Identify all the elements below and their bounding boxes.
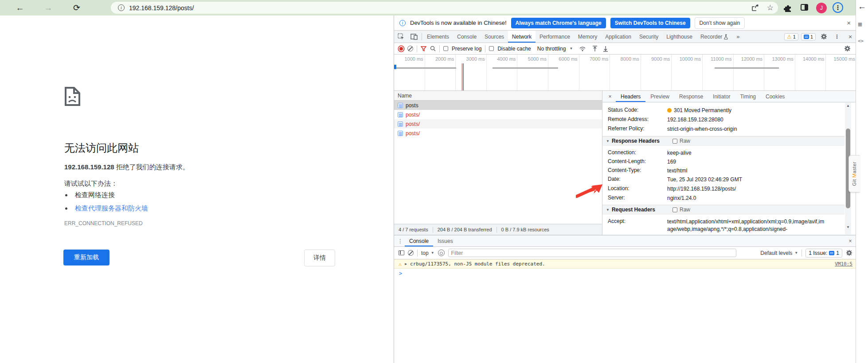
- git-master-side-tab[interactable]: Git Master: [848, 155, 860, 192]
- warnings-badge[interactable]: ⚠1: [784, 33, 798, 40]
- switch-chinese-button[interactable]: Switch DevTools to Chinese: [610, 18, 690, 28]
- details-tabbar: × Headers Preview Response Initiator Tim…: [602, 91, 857, 102]
- warning-source-link[interactable]: VM10:5: [835, 261, 852, 267]
- preserve-log-checkbox[interactable]: [443, 46, 448, 51]
- clear-console-icon[interactable]: [408, 250, 414, 256]
- network-activity-bar: [715, 67, 779, 69]
- tab-elements[interactable]: Elements: [423, 31, 453, 43]
- live-expression-eye-icon[interactable]: [438, 250, 445, 256]
- url-text[interactable]: 192.168.159.128/posts/: [129, 4, 194, 12]
- back-icon[interactable]: ←: [13, 3, 27, 13]
- filter-funnel-icon[interactable]: [421, 46, 426, 51]
- tab-lighthouse[interactable]: Lighthouse: [662, 31, 696, 43]
- drawer-close-icon[interactable]: ×: [844, 235, 857, 246]
- sad-file-icon: [64, 86, 81, 106]
- details-close-icon[interactable]: ×: [604, 91, 616, 102]
- network-activity-bar: [394, 67, 456, 69]
- clear-icon[interactable]: [407, 46, 413, 51]
- reload-button[interactable]: 重新加载: [63, 250, 109, 265]
- context-select[interactable]: top▼: [421, 250, 434, 256]
- tab-application[interactable]: Application: [601, 31, 635, 43]
- tab-console[interactable]: Console: [405, 235, 433, 246]
- name-column-header[interactable]: Name: [394, 91, 602, 101]
- suggestion-link[interactable]: 检查代理服务器和防火墙: [72, 204, 148, 213]
- tab-memory[interactable]: Memory: [574, 31, 601, 43]
- tab-cookies[interactable]: Cookies: [761, 91, 790, 102]
- reload-icon[interactable]: ⟳: [70, 3, 83, 13]
- request-row[interactable]: posts/: [394, 119, 602, 129]
- response-headers-section[interactable]: ▼Response Headers Raw: [602, 136, 845, 146]
- tab-issues[interactable]: Issues: [433, 235, 457, 246]
- network-settings-gear-icon[interactable]: [844, 45, 851, 52]
- request-row[interactable]: posts/: [394, 129, 602, 138]
- timeline-selection-handle[interactable]: [394, 65, 396, 69]
- profile-avatar[interactable]: J: [816, 3, 827, 13]
- tab-performance[interactable]: Performance: [536, 31, 574, 43]
- console-filter-input[interactable]: [448, 249, 736, 257]
- dont-show-again-button[interactable]: Don't show again: [695, 17, 745, 29]
- code-icon[interactable]: <>: [858, 38, 864, 44]
- share-icon[interactable]: [751, 4, 759, 11]
- record-icon[interactable]: [399, 46, 404, 51]
- address-bar[interactable]: i 192.168.159.128/posts/ ☆: [111, 2, 778, 14]
- throttling-select[interactable]: No throttling: [537, 46, 566, 52]
- console-prompt[interactable]: >: [394, 269, 857, 278]
- log-levels-select[interactable]: Default levels▼: [760, 250, 798, 256]
- preserve-log-label[interactable]: Preserve log: [452, 46, 481, 52]
- request-row[interactable]: posts/: [394, 110, 602, 119]
- tab-network[interactable]: Network: [508, 31, 536, 43]
- disable-cache-checkbox[interactable]: [489, 46, 494, 51]
- hamburger-menu-icon[interactable]: ≡: [858, 20, 862, 29]
- network-conditions-icon[interactable]: [579, 46, 586, 51]
- issues-count-button[interactable]: 1 Issue: 1: [805, 249, 842, 258]
- suggestion-item: 检查网络连接: [72, 191, 148, 199]
- devtools-close-icon[interactable]: ×: [844, 33, 857, 40]
- throttling-dropdown-icon[interactable]: ▼: [569, 47, 573, 51]
- request-headers-section[interactable]: ▼Request Headers Raw: [602, 205, 845, 215]
- console-settings-gear-icon[interactable]: [846, 250, 852, 256]
- info-icon: i: [399, 20, 406, 26]
- tab-preview[interactable]: Preview: [645, 91, 674, 102]
- export-har-icon[interactable]: [603, 46, 608, 52]
- details-button[interactable]: 详情: [304, 250, 335, 266]
- console-sidebar-icon[interactable]: [399, 250, 404, 255]
- issues-badge[interactable]: 1: [801, 33, 816, 40]
- raw-checkbox: [673, 139, 677, 144]
- devtools-tabbar: Elements Console Sources Network Perform…: [394, 31, 857, 43]
- suggestions-title: 请试试以下办法：: [64, 180, 117, 188]
- raw-checkbox: [673, 207, 677, 212]
- browser-menu-icon[interactable]: ⋮: [833, 2, 843, 13]
- more-tabs-icon[interactable]: »: [732, 31, 743, 43]
- network-overview-timeline[interactable]: 1000 ms 2000 ms 3000 ms 4000 ms 5000 ms …: [394, 55, 857, 91]
- device-toolbar-icon[interactable]: [407, 31, 421, 43]
- tab-security[interactable]: Security: [635, 31, 662, 43]
- disable-cache-label[interactable]: Disable cache: [497, 46, 531, 52]
- console-warning-row[interactable]: ⚠ ▶ crbug/1173575, non-JS module files d…: [394, 259, 857, 269]
- tab-response[interactable]: Response: [674, 91, 708, 102]
- request-row[interactable]: posts: [394, 101, 602, 110]
- infobar-close-icon[interactable]: ×: [847, 19, 851, 27]
- tab-headers[interactable]: Headers: [616, 91, 645, 102]
- raw-toggle[interactable]: Raw: [673, 207, 690, 213]
- tab-timing[interactable]: Timing: [735, 91, 761, 102]
- tab-console[interactable]: Console: [453, 31, 481, 43]
- import-har-icon[interactable]: [592, 46, 598, 52]
- side-panel-icon[interactable]: [801, 4, 808, 11]
- raw-toggle[interactable]: Raw: [673, 138, 690, 144]
- bookmark-star-icon[interactable]: ☆: [767, 3, 774, 12]
- tab-sources[interactable]: Sources: [481, 31, 508, 43]
- search-icon[interactable]: [430, 46, 436, 51]
- tab-initiator[interactable]: Initiator: [708, 91, 735, 102]
- tab-recorder[interactable]: Recorder: [696, 31, 732, 43]
- drawer-menu-icon[interactable]: ⋮: [396, 235, 405, 246]
- devtools-menu-icon[interactable]: ⋮: [830, 34, 844, 40]
- back-icon[interactable]: ←: [858, 2, 866, 12]
- forward-icon[interactable]: →: [42, 3, 55, 13]
- console-tabbar: ⋮ Console Issues ×: [394, 235, 857, 247]
- expand-triangle-icon[interactable]: ▶: [405, 262, 407, 266]
- inspect-element-icon[interactable]: [394, 31, 407, 43]
- extensions-puzzle-icon[interactable]: [784, 4, 792, 12]
- site-info-icon[interactable]: i: [118, 4, 125, 11]
- settings-gear-icon[interactable]: [817, 33, 830, 40]
- match-language-button[interactable]: Always match Chrome's language: [511, 18, 606, 28]
